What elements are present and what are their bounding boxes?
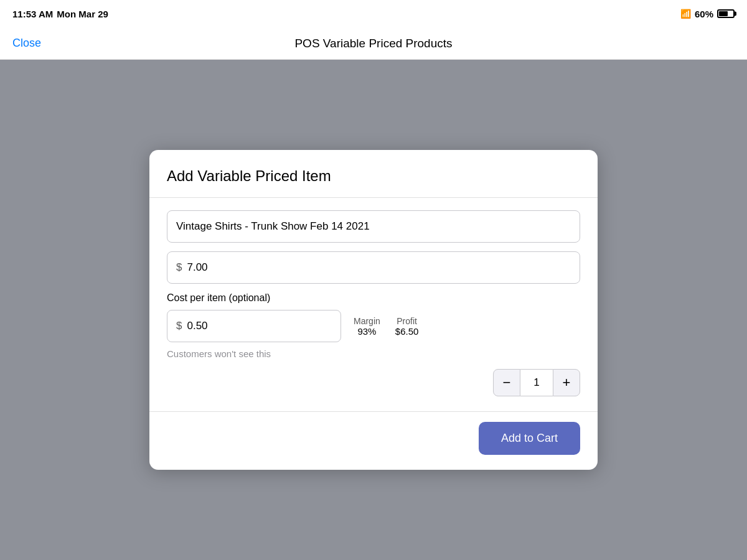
status-date: Mon Mar 29 — [57, 9, 108, 19]
item-name-input[interactable] — [167, 210, 580, 243]
price-group: $ — [167, 251, 580, 284]
add-to-cart-button[interactable]: Add to Cart — [479, 422, 580, 455]
cost-input-wrapper: $ — [167, 310, 341, 342]
modal-header: Add Variable Priced Item — [149, 150, 598, 197]
price-input[interactable] — [187, 261, 571, 274]
close-button[interactable]: Close — [12, 37, 41, 50]
margin-profit-box: Margin 93% Profit $6.50 — [354, 316, 418, 337]
customers-note: Customers won't see this — [167, 348, 580, 359]
page-title: POS Variable Priced Products — [294, 37, 452, 50]
cost-section: Cost per item (optional) $ Margin 93% Pr… — [167, 292, 580, 359]
cost-input[interactable] — [187, 320, 332, 332]
margin-label: Margin — [354, 316, 380, 326]
margin-value: 93% — [357, 326, 376, 337]
page-background: Add Variable Priced Item $ Cost per item… — [0, 60, 747, 560]
profit-label: Profit — [397, 316, 417, 326]
status-bar-left: 11:53 AM Mon Mar 29 — [12, 9, 108, 19]
status-time: 11:53 AM — [12, 9, 53, 19]
margin-block: Margin 93% — [354, 316, 380, 337]
profit-value: $6.50 — [395, 326, 419, 337]
modal-body: $ Cost per item (optional) $ Margin 93% — [149, 198, 598, 411]
modal-card: Add Variable Priced Item $ Cost per item… — [149, 150, 598, 470]
price-currency-symbol: $ — [176, 261, 182, 274]
modal-title: Add Variable Priced Item — [167, 167, 580, 185]
quantity-increment-button[interactable]: + — [553, 369, 580, 396]
quantity-decrement-button[interactable]: − — [493, 369, 520, 396]
price-input-wrapper: $ — [167, 251, 580, 284]
status-bar: 11:53 AM Mon Mar 29 📶 60% — [0, 0, 747, 27]
battery-icon — [717, 9, 735, 18]
wifi-icon: 📶 — [680, 9, 691, 19]
nav-bar: Close POS Variable Priced Products — [0, 27, 747, 60]
status-bar-right: 📶 60% — [680, 9, 735, 19]
item-name-group — [167, 210, 580, 243]
modal-footer: Add to Cart — [149, 411, 598, 470]
cost-label: Cost per item (optional) — [167, 292, 580, 304]
quantity-row: − 1 + — [167, 369, 580, 396]
battery-percent: 60% — [695, 9, 713, 19]
cost-currency-symbol: $ — [176, 320, 182, 332]
quantity-display: 1 — [520, 369, 553, 396]
profit-block: Profit $6.50 — [395, 316, 419, 337]
cost-row: $ Margin 93% Profit $6.50 — [167, 310, 580, 342]
